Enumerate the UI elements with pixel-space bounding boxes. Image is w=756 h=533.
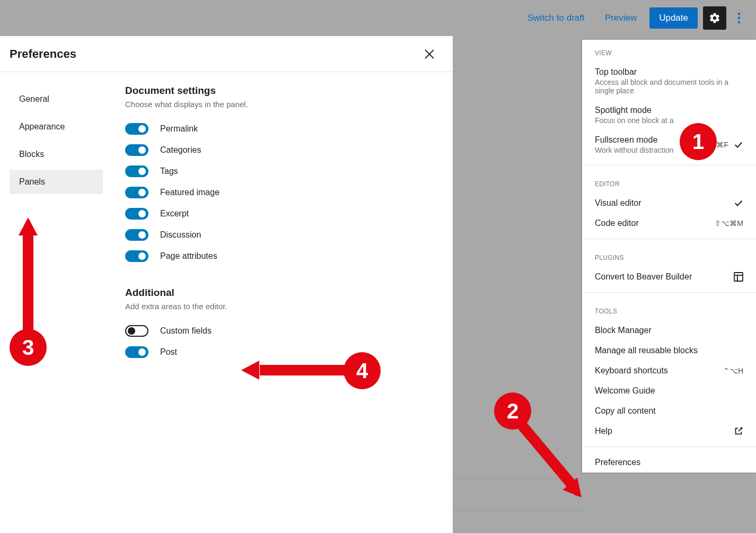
preferences-content: Document settings Choose what displays i… [112, 72, 453, 533]
nav-item-blocks[interactable]: Blocks [10, 142, 103, 167]
toggle-row-custom-fields: Custom fields [125, 320, 432, 342]
menu-item-visual-editor[interactable]: Visual editor [582, 193, 756, 213]
menu-item-label: Manage all reusable blocks [595, 346, 698, 355]
section-desc: Choose what displays in the panel. [125, 100, 432, 109]
preferences-nav: General Appearance Blocks Panels [0, 72, 112, 533]
toggle-label: Custom fields [160, 326, 212, 336]
nav-item-appearance[interactable]: Appearance [10, 115, 103, 139]
menu-item-label: Convert to Beaver Builder [595, 272, 692, 282]
toggle-page-attributes[interactable] [125, 250, 148, 262]
svg-point-0 [738, 13, 740, 15]
menu-item-label: Preferences [595, 458, 640, 467]
menu-item-label: Spotlight mode [595, 106, 674, 115]
toggle-label: Categories [160, 145, 201, 155]
close-icon [424, 48, 435, 60]
settings-button[interactable] [703, 6, 726, 30]
more-options-menu: VIEW Top toolbar Access all block and do… [582, 40, 756, 473]
menu-item-desc: Focus on one block at a [595, 116, 674, 125]
menu-divider [582, 165, 756, 165]
switch-to-draft-link[interactable]: Switch to draft [520, 8, 592, 28]
menu-item-desc: Work without distraction [595, 146, 673, 154]
check-icon [734, 140, 743, 150]
toggle-row-tags: Tags [125, 161, 432, 182]
menu-section-view: VIEW [582, 40, 756, 62]
nav-item-general[interactable]: General [10, 87, 103, 111]
toggle-row-categories: Categories [125, 139, 432, 161]
menu-item-label: Welcome Guide [595, 386, 655, 396]
section-desc-additional: Add extra areas to the editor. [125, 302, 432, 311]
menu-item-label: Visual editor [595, 198, 641, 208]
toggle-row-post: Post [125, 342, 432, 363]
menu-item-spotlight[interactable]: Spotlight mode Focus on one block at a [582, 100, 756, 130]
annotation-badge-1: 1 [680, 123, 717, 160]
toggle-excerpt[interactable] [125, 208, 148, 220]
modal-header: Preferences [0, 36, 453, 72]
annotation-badge-4: 4 [344, 352, 381, 389]
svg-rect-3 [734, 273, 743, 281]
gear-icon [709, 12, 720, 24]
menu-item-label: Keyboard shortcuts [595, 366, 668, 375]
menu-item-label: Help [595, 426, 612, 436]
layout-icon [734, 272, 743, 282]
preferences-modal: Preferences General Appearance Blocks Pa… [0, 36, 453, 533]
toggle-row-excerpt: Excerpt [125, 203, 432, 224]
toggle-post[interactable] [125, 346, 148, 358]
menu-section-editor: EDITOR [582, 171, 756, 193]
menu-divider [582, 447, 756, 447]
menu-item-label: Fullscreen mode [595, 135, 673, 145]
toggle-discussion[interactable] [125, 229, 148, 241]
section-title-additional: Additional [125, 287, 432, 299]
toggle-tags[interactable] [125, 165, 148, 177]
toggle-permalink[interactable] [125, 123, 148, 135]
toggle-label: Featured image [160, 188, 219, 197]
menu-section-tools: TOOLS [582, 298, 756, 320]
toggle-label: Tags [160, 167, 178, 176]
toggle-custom-fields[interactable] [125, 325, 148, 337]
annotation-badge-2: 2 [494, 392, 531, 430]
kebab-icon [737, 12, 741, 24]
menu-item-code-editor[interactable]: Code editor ⇧⌥⌘M [582, 213, 756, 233]
preview-link[interactable]: Preview [597, 8, 644, 28]
menu-item-label: Copy all content [595, 406, 656, 416]
toggle-row-discussion: Discussion [125, 224, 432, 246]
toggle-label: Page attributes [160, 251, 217, 261]
menu-item-copy-all[interactable]: Copy all content [582, 401, 756, 421]
toggle-label: Post [160, 347, 177, 357]
update-button[interactable]: Update [649, 7, 698, 29]
toggle-label: Excerpt [160, 209, 189, 219]
menu-item-desc: Access all block and document tools in a… [595, 78, 743, 95]
toggle-row-permalink: Permalink [125, 118, 432, 139]
close-button[interactable] [419, 43, 440, 65]
check-icon [734, 198, 743, 208]
menu-item-help[interactable]: Help [582, 421, 756, 441]
toggle-featured-image[interactable] [125, 187, 148, 198]
menu-item-fullscreen[interactable]: Fullscreen mode Work without distraction… [582, 130, 756, 160]
menu-item-label: Code editor [595, 219, 639, 228]
menu-item-label: Top toolbar [595, 67, 743, 77]
menu-item-shortcut: ⌃⌥H [723, 366, 743, 375]
menu-item-top-toolbar[interactable]: Top toolbar Access all block and documen… [582, 62, 756, 100]
toggle-row-featured: Featured image [125, 182, 432, 203]
nav-item-panels[interactable]: Panels [10, 170, 103, 194]
menu-section-plugins: PLUGINS [582, 244, 756, 267]
toggle-label: Permalink [160, 124, 198, 134]
section-title: Document settings [125, 85, 432, 97]
toggle-categories[interactable] [125, 144, 148, 156]
more-options-button[interactable] [732, 6, 746, 30]
menu-item-shortcut: ⇧⌥⌘M [715, 219, 743, 228]
modal-title: Preferences [10, 47, 76, 61]
menu-item-keyboard[interactable]: Keyboard shortcuts ⌃⌥H [582, 361, 756, 381]
menu-item-beaver[interactable]: Convert to Beaver Builder [582, 267, 756, 287]
external-link-icon [734, 426, 743, 436]
svg-point-1 [738, 17, 740, 19]
menu-item-label: Block Manager [595, 326, 652, 335]
toggle-label: Discussion [160, 230, 201, 240]
menu-item-welcome[interactable]: Welcome Guide [582, 381, 756, 401]
menu-item-preferences[interactable]: Preferences [582, 452, 756, 473]
menu-item-reusable[interactable]: Manage all reusable blocks [582, 340, 756, 361]
editor-topbar: Switch to draft Preview Update [0, 0, 756, 36]
annotation-badge-3: 3 [10, 329, 47, 366]
menu-item-block-manager[interactable]: Block Manager [582, 320, 756, 340]
svg-point-2 [738, 21, 740, 23]
toggle-row-page-attrs: Page attributes [125, 246, 432, 267]
